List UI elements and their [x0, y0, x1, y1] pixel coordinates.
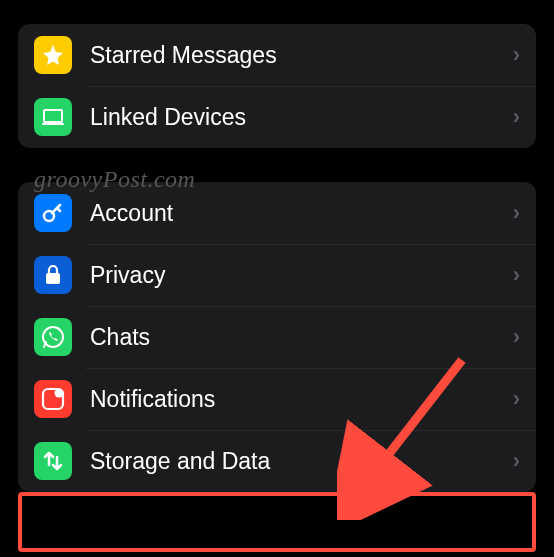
row-storage-and-data[interactable]: Storage and Data ›: [18, 430, 536, 492]
annotation-highlight: [18, 492, 536, 552]
chevron-right-icon: ›: [513, 324, 520, 350]
settings-group-1: Starred Messages › Linked Devices ›: [18, 24, 536, 148]
row-label: Account: [90, 200, 513, 227]
star-icon: [34, 36, 72, 74]
row-starred-messages[interactable]: Starred Messages ›: [18, 24, 536, 86]
laptop-icon: [34, 98, 72, 136]
whatsapp-icon: [34, 318, 72, 356]
lock-icon: [34, 256, 72, 294]
row-notifications[interactable]: Notifications ›: [18, 368, 536, 430]
chevron-right-icon: ›: [513, 386, 520, 412]
settings-group-2: Account › Privacy › Chats › Notification…: [18, 182, 536, 492]
row-chats[interactable]: Chats ›: [18, 306, 536, 368]
row-label: Notifications: [90, 386, 513, 413]
key-icon: [34, 194, 72, 232]
svg-rect-3: [46, 273, 60, 284]
notification-icon: [34, 380, 72, 418]
row-label: Chats: [90, 324, 513, 351]
svg-rect-0: [44, 110, 62, 122]
data-icon: [34, 442, 72, 480]
chevron-right-icon: ›: [513, 104, 520, 130]
row-label: Storage and Data: [90, 448, 513, 475]
chevron-right-icon: ›: [513, 200, 520, 226]
row-label: Linked Devices: [90, 104, 513, 131]
svg-point-6: [55, 389, 64, 398]
row-linked-devices[interactable]: Linked Devices ›: [18, 86, 536, 148]
watermark-text: groovyPost.com: [34, 166, 195, 193]
svg-rect-1: [42, 123, 64, 125]
chevron-right-icon: ›: [513, 262, 520, 288]
chevron-right-icon: ›: [513, 448, 520, 474]
row-label: Starred Messages: [90, 42, 513, 69]
row-privacy[interactable]: Privacy ›: [18, 244, 536, 306]
chevron-right-icon: ›: [513, 42, 520, 68]
row-label: Privacy: [90, 262, 513, 289]
